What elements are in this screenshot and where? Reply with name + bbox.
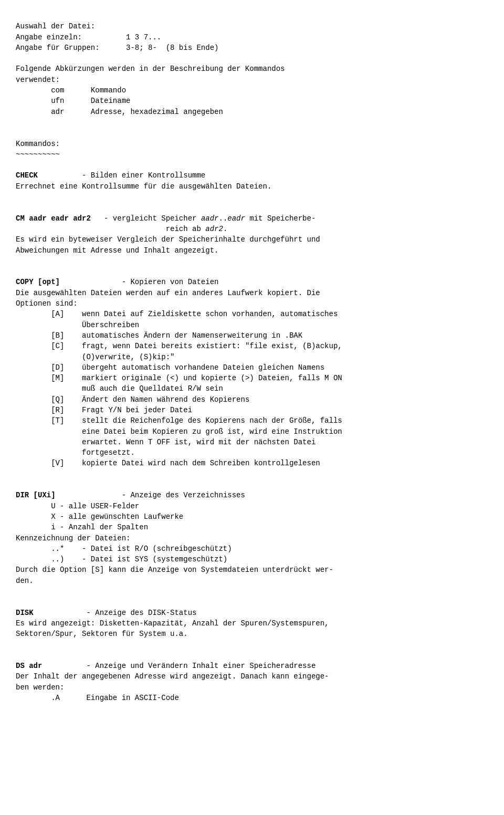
line-cm-desc2: Abweichungen mit Adresse und Inhalt ange… [16, 246, 218, 255]
line-cm-cont: reich ab adr2. [16, 225, 227, 233]
line-copy-t4: fortgesetzt. [16, 448, 135, 457]
main-content: Auswahl der Datei: Angabe einzeln: 1 3 7… [16, 11, 488, 714]
line-ds-a: .A Eingabe in ASCII-Code [16, 694, 179, 702]
line-copy-options: Optionen sind: [16, 299, 78, 308]
line-dir-i: i - Anzahl der Spalten [16, 523, 148, 531]
line-copy-a2: Überschreiben [16, 321, 139, 329]
line-dir-kenn: Kennzeichnung der Dateien: [16, 534, 130, 542]
line-folgende: Folgende Abkürzungen werden in der Besch… [16, 65, 285, 73]
line-cm-desc1: Es wird ein byteweiser Vergleich der Spe… [16, 235, 320, 244]
cmd-dir: DIR [UXi] - Anzeige des Verzeichnisses [16, 491, 245, 499]
cmd-copy: COPY [opt] - Kopieren von Dateien [16, 278, 218, 286]
cmd-disk: DISK - Anzeige des DISK-Status [16, 609, 196, 617]
line-copy-m2: muß auch die Quelldatei R/W sein [16, 384, 223, 393]
line-copy-v: [V] kopierte Datei wird nach dem Schreib… [16, 459, 320, 467]
line-copy-desc1: Die ausgewählten Dateien werden auf ein … [16, 289, 320, 297]
line-copy-c2: (O)verwrite, (S)kip:" [16, 353, 174, 361]
line-copy-r: [R] Fragt Y/N bei jeder Datei [16, 406, 192, 414]
text-body: Auswahl der Datei: Angabe einzeln: 1 3 7… [16, 11, 488, 714]
line-copy-q: [Q] Ändert den Namen während des Kopiere… [16, 395, 249, 404]
line-dir-x: X - alle gewünschten Laufwerke [16, 513, 183, 521]
line-kommandos: Kommandos: [16, 140, 60, 148]
line-dir-option2: den. [16, 577, 34, 585]
line-copy-m: [M] markiert originale (<) und kopierte … [16, 374, 342, 382]
cmd-cm: CM aadr eadr adr2 - vergleicht Speicher … [16, 214, 316, 223]
line-copy-t2: eine Datei beim Kopieren zu groß ist, wi… [16, 427, 342, 436]
line-dir-sys: ..) - Datei ist SYS (systemgeschützt) [16, 555, 227, 563]
line-disk-desc2: Sektoren/Spur, Sektoren für System u.a. [16, 630, 188, 638]
line-copy-a: [A] wenn Datei auf Zieldiskette schon vo… [16, 310, 338, 318]
line-copy-c: [C] fragt, wenn Datei bereits existiert:… [16, 342, 342, 350]
cmd-ds: DS adr - Anzeige und Verändern Inhalt ei… [16, 662, 316, 670]
line-ufn: ufn Dateiname [16, 97, 130, 105]
line-dir-u: U - alle USER-Felder [16, 502, 139, 510]
line-einzeln: Angabe einzeln: 1 3 7... [16, 33, 161, 41]
line-copy-b: [B] automatisches Ändern der Namenserwei… [16, 331, 302, 340]
line-gruppen: Angabe für Gruppen: 3-8; 8- (8 bis Ende) [16, 44, 218, 52]
line-check-desc: Errechnet eine Kontrollsumme für die aus… [16, 182, 271, 191]
line-com: com Kommando [16, 86, 126, 95]
line-dir-option1: Durch die Option [S] kann die Anzeige vo… [16, 566, 333, 574]
line-copy-d: [D] übergeht automatisch vorhandene Date… [16, 363, 324, 372]
line-ds-desc1: Der Inhalt der angegebenen Adresse wird … [16, 672, 329, 681]
line-copy-t3: erwartet. Wenn T OFF ist, wird mit der n… [16, 438, 316, 446]
line-adr: adr Adresse, hexadezimal angegeben [16, 108, 223, 116]
line-copy-t: [T] stellt die Reichenfolge des Kopieren… [16, 416, 342, 425]
line-verwendet: verwendet: [16, 76, 60, 84]
line-tilde: ~~~~~~~~~~ [16, 150, 60, 159]
line-dir-ro: ..* - Datei ist R/O (schreibgeschützt) [16, 545, 232, 553]
line-auswahl: Auswahl der Datei: [16, 22, 95, 30]
line-disk-desc1: Es wird angezeigt: Disketten-Kapazität, … [16, 619, 329, 628]
cmd-check: CHECK - Bilden einer Kontrollsumme [16, 171, 205, 180]
line-ds-desc2: ben werden: [16, 683, 64, 692]
